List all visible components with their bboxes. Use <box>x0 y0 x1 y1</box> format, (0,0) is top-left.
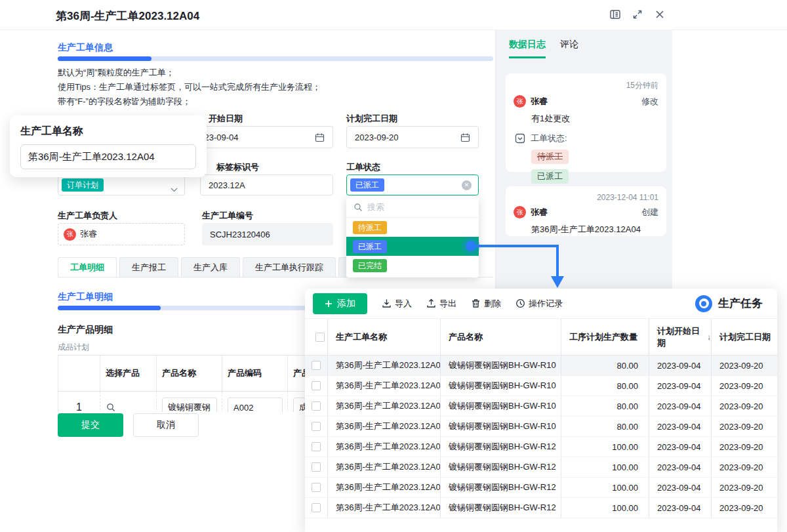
sortable-column-header[interactable]: 计划开始日期↓ <box>649 319 712 355</box>
row-checkbox[interactable] <box>312 483 321 492</box>
export-button[interactable]: 导出 <box>426 298 456 310</box>
info-section-bar <box>58 56 493 61</box>
task-row: 第36周-生产工单2023.12A04 镀锡铜覆钢圆钢BH-GW-R10 80.… <box>305 417 777 437</box>
work-order-name-input[interactable] <box>20 144 196 169</box>
task-row: 第36周-生产工单2023.12A04 镀锡铜覆钢圆钢BH-GW-R10 80.… <box>305 356 777 376</box>
close-icon[interactable] <box>654 9 666 20</box>
row-checkbox[interactable] <box>312 361 321 370</box>
tab-comments[interactable]: 评论 <box>560 39 578 58</box>
import-icon <box>382 298 392 308</box>
search-icon <box>353 203 363 212</box>
finish-date-label: 计划完工日期 <box>346 113 397 125</box>
field-select-icon <box>515 133 525 144</box>
tab-execution-tracking[interactable]: 生产工单执行跟踪 <box>243 257 336 277</box>
old-value-badge: 待派工 <box>531 150 569 164</box>
change-summary: 有1处更改 <box>531 113 658 125</box>
task-row: 第36周-生产工单2023.12A04 镀锡铜覆钢圆钢BH-GW-R12 100… <box>305 478 777 498</box>
task-row: 第36周-生产工单2023.12A04 镀锡铜覆钢圆钢BH-GW-R10 80.… <box>305 376 777 396</box>
tab-data-log[interactable]: 数据日志 <box>509 39 546 58</box>
created-record-name: 第36周-生产工单2023.12A04 <box>531 224 658 235</box>
task-table-header: 生产工单名称 产品名称 工序计划生产数量 计划开始日期↓ 计划完工日期 <box>305 319 777 356</box>
row-checkbox[interactable] <box>312 503 321 512</box>
info-section-title: 生产工单信息 <box>58 42 113 54</box>
cancel-button[interactable]: 取消 <box>133 413 199 437</box>
calendar-icon <box>315 133 325 142</box>
work-order-name-tooltip: 生产工单名称 <box>10 115 207 177</box>
expand-icon[interactable] <box>632 9 643 20</box>
avatar: 张 <box>514 206 526 218</box>
option-completed[interactable]: 已完结 <box>346 256 479 275</box>
row-checkbox[interactable] <box>312 401 321 411</box>
status-tag: 已派工 <box>350 178 384 192</box>
task-toolbar: 添加 导入 导出 删除 操作记录 <box>305 289 777 319</box>
new-value-badge: 已派工 <box>531 169 569 184</box>
dropdown-search[interactable] <box>346 197 479 218</box>
row-checkbox[interactable] <box>312 381 321 390</box>
finished-plan-caption: 成品计划 <box>58 342 89 353</box>
status-dropdown: 待派工 已派工 已完结 <box>346 197 479 277</box>
task-row: 第36周-生产工单2023.12A04 镀锡铜覆钢圆钢BH-GW-R12 100… <box>305 498 777 518</box>
clear-icon[interactable]: ✕ <box>462 180 472 190</box>
row-checkbox[interactable] <box>312 462 321 472</box>
changed-field-name: 工单状态: <box>531 133 567 144</box>
submit-button[interactable]: 提交 <box>58 413 123 437</box>
detail-section-title: 生产工单明细 <box>58 291 113 303</box>
log-time: 15分钟前 <box>514 80 658 91</box>
order-code-field: SCJH23120406 <box>202 223 333 245</box>
page-title: 第36周-生产工单2023.12A04 <box>56 9 199 24</box>
row-checkbox[interactable] <box>312 442 321 451</box>
finish-date-field[interactable]: 2023-09-20 <box>346 126 479 148</box>
start-date-label: 开始日期 <box>209 113 243 125</box>
owner-label: 生产工单负责人 <box>58 210 117 222</box>
task-table: 生产工单名称 产品名称 工序计划生产数量 计划开始日期↓ 计划完工日期 第36周… <box>305 319 777 518</box>
product-name-input[interactable]: 镀锡铜覆钢 <box>162 398 217 412</box>
product-detail-subtitle: 生产产品明细 <box>58 324 113 336</box>
calendar-icon <box>460 133 470 142</box>
search-input[interactable] <box>367 202 459 212</box>
app-logo <box>695 295 712 312</box>
history-button[interactable]: 操作记录 <box>515 298 563 310</box>
row-checkbox[interactable] <box>312 422 321 431</box>
plan-tag: 订单计划 <box>62 178 104 192</box>
import-button[interactable]: 导入 <box>382 298 412 310</box>
task-table-body: 第36周-生产工单2023.12A04 镀锡铜覆钢圆钢BH-GW-R10 80.… <box>305 356 777 518</box>
app-name: 生产任务 <box>718 296 763 311</box>
tab-production-inbound[interactable]: 生产入库 <box>181 257 240 277</box>
tag-no-field[interactable]: 2023.12A <box>200 174 333 195</box>
tab-work-order-detail[interactable]: 工单明细 <box>58 257 117 277</box>
owner-field[interactable]: 张 张睿 <box>58 223 185 245</box>
status-label: 工单状态 <box>346 161 380 173</box>
tab-production-report[interactable]: 生产报工 <box>119 257 178 277</box>
log-entry-create: 2023-12-04 11:01 张 张睿 创建 第36周-生产工单2023.1… <box>506 186 666 236</box>
task-row: 第36周-生产工单2023.12A04 镀锡铜覆钢圆钢BH-GW-R12 100… <box>305 437 777 457</box>
export-icon <box>426 298 436 308</box>
order-code-label: 生产工单编号 <box>202 210 253 222</box>
trash-icon <box>471 298 481 308</box>
chevron-down-icon <box>171 183 178 188</box>
avatar: 张 <box>514 95 526 108</box>
option-pending[interactable]: 待派工 <box>346 218 479 237</box>
log-entry-modify: 15分钟前 张 张睿 修改 有1处更改 工单状态: 待派工 已派工 <box>506 73 666 172</box>
status-select[interactable]: 已派工 ✕ <box>346 174 479 195</box>
plan-select[interactable]: 订单计划 <box>58 174 185 195</box>
option-dispatched[interactable]: 已派工 <box>346 237 479 256</box>
side-panel-icon[interactable] <box>609 9 621 20</box>
production-task-panel: 添加 导入 导出 删除 操作记录 <box>305 289 777 532</box>
sort-desc-icon: ↓ <box>707 333 711 342</box>
log-time: 2023-12-04 11:01 <box>514 193 658 202</box>
task-row: 第36周-生产工单2023.12A04 镀锡铜覆钢圆钢BH-GW-R12 100… <box>305 457 777 478</box>
tag-no-label: 标签标识号 <box>216 161 259 173</box>
work-order-name-label: 生产工单名称 <box>20 125 196 138</box>
add-button[interactable]: 添加 <box>313 293 367 314</box>
clock-icon <box>515 298 525 308</box>
work-order-window: 第36周-生产工单2023.12A04 生产工单信息 默认为“周”颗粒度的生产工… <box>0 0 787 532</box>
select-all-checkbox[interactable] <box>315 333 325 342</box>
delete-button[interactable]: 删除 <box>471 298 501 310</box>
search-product-icon[interactable] <box>106 402 116 412</box>
product-code-input[interactable]: A002 <box>228 398 283 412</box>
avatar: 张 <box>64 228 76 241</box>
info-description: 默认为“周”颗粒度的生产工单； 使用Tips：生产工单通过标签页，可以一站式完成… <box>58 66 321 109</box>
task-row: 第36周-生产工单2023.12A04 镀锡铜覆钢圆钢BH-GW-R10 80.… <box>305 396 777 417</box>
